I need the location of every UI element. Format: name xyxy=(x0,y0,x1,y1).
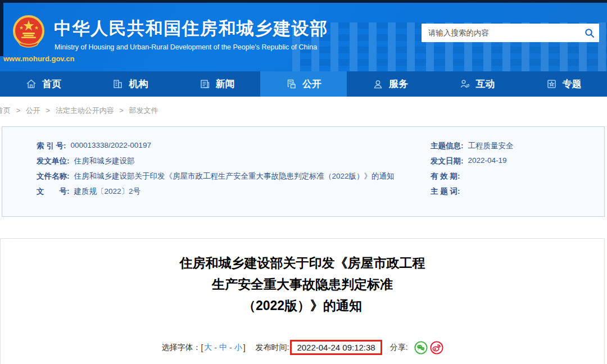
document-info-left-column: 索 引 号: 000013338/2022-00197 发文单位: 住房和城乡建… xyxy=(37,141,395,202)
site-header: 中华人民共和国住房和城乡建设部 Ministry of Housing and … xyxy=(0,0,607,71)
publish-time-label: 发布时间: xyxy=(256,343,289,353)
nav-label: 新闻 xyxy=(216,78,235,90)
nav-label: 机构 xyxy=(129,78,148,90)
field-index-number: 索 引 号: 000013338/2022-00197 xyxy=(37,141,395,156)
article-title-line: 生产安全重大事故隐患判定标准 xyxy=(1,274,604,295)
disclosure-icon xyxy=(286,78,297,90)
field-value: 建质规〔2022〕2号 xyxy=(74,186,141,197)
topics-icon xyxy=(546,78,558,90)
field-issue-date: 发文日期: 2022-04-19 xyxy=(431,156,514,171)
service-icon xyxy=(372,78,384,90)
field-subject-info: 主题信息: 工程质量安全 xyxy=(431,141,514,156)
field-subject-words: 主 题 词: xyxy=(431,186,514,202)
interaction-icon xyxy=(459,78,471,90)
nav-item-home[interactable]: 首页 xyxy=(0,71,87,97)
window-left-edge xyxy=(0,0,3,56)
search-icon[interactable] xyxy=(580,24,599,42)
national-emblem xyxy=(12,13,45,53)
nav-label: 互动 xyxy=(476,78,495,90)
site-title: 中华人民共和国住房和城乡建设部 xyxy=(54,17,328,40)
main-nav: 首页 机构 新闻 公开 xyxy=(0,71,607,97)
field-document-name: 文件名称: 住房和城乡建设部关于印发《房屋市政工程生产安全重大事故隐患判定标准（… xyxy=(37,171,395,186)
article-title-line: 住房和城乡建设部关于印发《房屋市政工程 xyxy=(1,252,604,274)
weibo-share-icon[interactable] xyxy=(430,341,443,354)
publish-time-highlighted: 2022-04-24 09:12:38 xyxy=(290,340,382,355)
field-label: 发文日期: xyxy=(431,156,464,166)
field-label: 文件名称: xyxy=(37,171,70,181)
field-value: 2022-04-19 xyxy=(468,156,507,165)
field-document-number: 文 号: 建质规〔2022〕2号 xyxy=(37,186,395,202)
font-size-small-link[interactable]: 小 xyxy=(234,343,242,353)
share-label: 分享: xyxy=(390,343,408,353)
window-top-edge xyxy=(0,0,607,3)
news-icon xyxy=(199,78,211,90)
organization-icon xyxy=(112,78,124,90)
field-value: 住房和城乡建设部 xyxy=(74,156,135,166)
share-icons xyxy=(412,341,443,354)
font-selector-separator: - xyxy=(229,343,232,352)
nav-item-interaction[interactable]: 互动 xyxy=(433,71,520,97)
site-url: www.mohurd.gov.cn xyxy=(3,54,74,63)
field-label: 索 引 号: xyxy=(37,141,66,151)
breadcrumb-item-home[interactable]: 首页 xyxy=(0,106,11,115)
field-label: 主题信息: xyxy=(431,141,464,151)
article-meta-row: 选择字体： [ 大 - 中 - 小 ] 发布时间: 2022-04-24 09:… xyxy=(1,340,604,355)
font-size-medium-link[interactable]: 中 xyxy=(219,343,227,353)
font-selector-separator: - xyxy=(214,343,217,352)
breadcrumb-separator: > xyxy=(16,106,21,115)
field-value: 工程质量安全 xyxy=(468,141,514,151)
nav-item-news[interactable]: 新闻 xyxy=(174,71,260,97)
wechat-share-icon[interactable] xyxy=(414,341,428,354)
breadcrumb-separator: > xyxy=(119,106,124,115)
breadcrumb-bar: 首页 > 公开 > 法定主动公开内容 > 部发文件 xyxy=(0,97,607,126)
site-subtitle-en: Ministry of Housing and Urban-Rural Deve… xyxy=(55,43,317,51)
field-label: 有 效 期: xyxy=(431,171,460,181)
font-size-large-link[interactable]: 大 xyxy=(204,343,212,353)
field-issuing-unit: 发文单位: 住房和城乡建设部 xyxy=(37,156,395,171)
field-value: 住房和城乡建设部关于印发《房屋市政工程生产安全重大事故隐患判定标准（2022版）… xyxy=(74,171,395,181)
breadcrumb-item-disclosure[interactable]: 公开 xyxy=(26,106,40,115)
nav-item-organization[interactable]: 机构 xyxy=(87,71,173,97)
field-label: 文 号: xyxy=(37,186,70,197)
field-label: 主 题 词: xyxy=(431,186,460,197)
field-value: 000013338/2022-00197 xyxy=(71,141,151,149)
field-validity-period: 有 效 期: xyxy=(431,171,514,186)
nav-item-disclosure[interactable]: 公开 xyxy=(260,71,347,97)
breadcrumb-item-current: 部发文件 xyxy=(129,106,158,115)
article-title-line: （2022版）》的通知 xyxy=(1,295,604,316)
font-size-selector: 选择字体： [ 大 - 中 - 小 ] xyxy=(161,343,245,353)
field-label: 发文单位: xyxy=(37,156,70,166)
article-panel: 住房和城乡建设部关于印发《房屋市政工程 生产安全重大事故隐患判定标准 （2022… xyxy=(0,238,605,364)
nav-label: 首页 xyxy=(42,78,61,90)
breadcrumb-separator: > xyxy=(46,106,50,115)
nav-label: 服务 xyxy=(389,78,408,90)
document-info-right-column: 主题信息: 工程质量安全 发文日期: 2022-04-19 有 效 期: 主 题… xyxy=(431,141,514,202)
breadcrumb: 首页 > 公开 > 法定主动公开内容 > 部发文件 xyxy=(0,106,158,116)
nav-item-topics[interactable]: 专题 xyxy=(520,71,607,97)
page: 中华人民共和国住房和城乡建设部 Ministry of Housing and … xyxy=(0,0,607,364)
search-box xyxy=(422,24,599,42)
nav-item-service[interactable]: 服务 xyxy=(347,71,433,97)
font-selector-close-bracket: ] xyxy=(243,343,246,352)
home-icon xyxy=(25,78,37,90)
article-title: 住房和城乡建设部关于印发《房屋市政工程 生产安全重大事故隐患判定标准 （2022… xyxy=(1,252,604,316)
font-selector-label: 选择字体： xyxy=(161,343,201,353)
breadcrumb-item-statutory[interactable]: 法定主动公开内容 xyxy=(56,106,114,115)
document-info-panel: 索 引 号: 000013338/2022-00197 发文单位: 住房和城乡建… xyxy=(2,126,605,217)
font-selector-open-bracket: [ xyxy=(201,343,203,352)
nav-label: 专题 xyxy=(563,78,582,90)
search-input[interactable] xyxy=(422,24,580,42)
nav-label: 公开 xyxy=(302,78,321,90)
